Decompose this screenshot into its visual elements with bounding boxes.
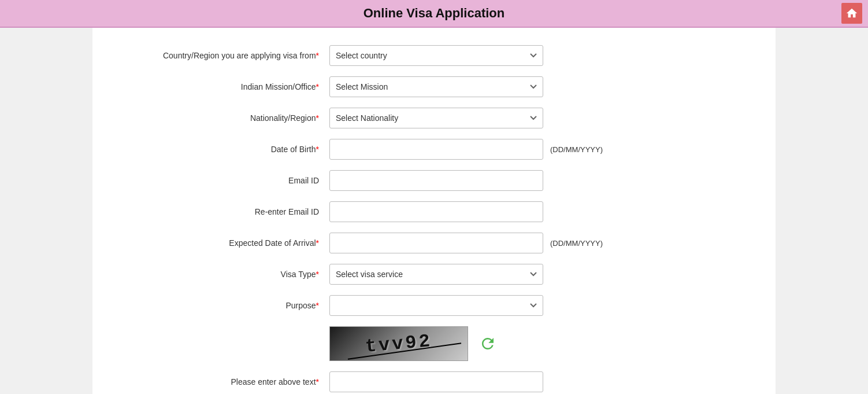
visa-type-label: Visa Type* xyxy=(116,269,329,279)
arrival-label: Expected Date of Arrival* xyxy=(116,238,329,248)
arrival-input[interactable] xyxy=(329,233,543,253)
page-title: Online Visa Application xyxy=(0,6,868,21)
dob-hint: (DD/MM/YYYY) xyxy=(550,145,603,154)
captcha-area: tvv92 xyxy=(329,326,752,361)
email-row: Email ID xyxy=(116,170,752,191)
country-select[interactable]: Select country xyxy=(329,45,543,66)
captcha-input[interactable] xyxy=(329,371,543,392)
visa-type-select[interactable]: Select visa service xyxy=(329,264,543,285)
email-label: Email ID xyxy=(116,175,329,186)
re-email-input[interactable] xyxy=(329,201,543,222)
purpose-label: Purpose* xyxy=(116,300,329,311)
mission-label: Indian Mission/Office* xyxy=(116,82,329,92)
home-icon[interactable] xyxy=(841,3,862,24)
captcha-image: tvv92 xyxy=(329,326,468,361)
captcha-input-row: Please enter above text* xyxy=(116,371,752,392)
email-input[interactable] xyxy=(329,170,543,191)
purpose-row: Purpose* xyxy=(116,295,752,316)
dob-input[interactable] xyxy=(329,139,543,160)
header-bar: Online Visa Application xyxy=(0,0,868,28)
visa-type-row: Visa Type* Select visa service xyxy=(116,264,752,285)
mission-row: Indian Mission/Office* Select Mission xyxy=(116,76,752,97)
arrival-hint: (DD/MM/YYYY) xyxy=(550,239,603,248)
nationality-label: Nationality/Region* xyxy=(116,113,329,123)
re-email-row: Re-enter Email ID xyxy=(116,201,752,222)
purpose-select[interactable] xyxy=(329,295,543,316)
mission-select[interactable]: Select Mission xyxy=(329,76,543,97)
re-email-label: Re-enter Email ID xyxy=(116,207,329,217)
main-form-container: Country/Region you are applying visa fro… xyxy=(92,28,776,394)
dob-row: Date of Birth* (DD/MM/YYYY) xyxy=(116,139,752,160)
dob-label: Date of Birth* xyxy=(116,144,329,154)
nationality-row: Nationality/Region* Select Nationality xyxy=(116,108,752,128)
arrival-row: Expected Date of Arrival* (DD/MM/YYYY) xyxy=(116,233,752,253)
captcha-input-label: Please enter above text* xyxy=(116,377,329,387)
refresh-captcha-button[interactable] xyxy=(477,333,498,354)
country-row: Country/Region you are applying visa fro… xyxy=(116,45,752,66)
captcha-text: tvv92 xyxy=(365,330,433,358)
nationality-select[interactable]: Select Nationality xyxy=(329,108,543,128)
country-label: Country/Region you are applying visa fro… xyxy=(116,50,329,61)
